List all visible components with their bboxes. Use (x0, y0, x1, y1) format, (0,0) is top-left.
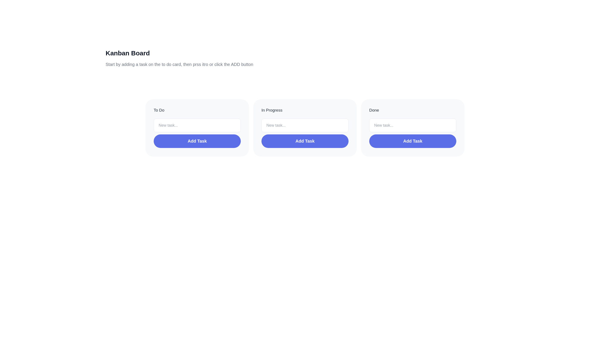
task-input-done[interactable] (369, 119, 456, 132)
column-title-todo: To Do (154, 108, 241, 113)
add-task-button-todo[interactable]: Add Task (154, 134, 241, 148)
page-title: Kanban Board (106, 50, 610, 57)
column-title-done: Done (369, 108, 456, 113)
column-title-in-progress: In Progress (261, 108, 349, 113)
column-done: Done Add Task (361, 99, 464, 156)
task-input-todo[interactable] (154, 119, 241, 132)
task-input-in-progress[interactable] (261, 119, 349, 132)
column-todo: To Do Add Task (146, 99, 249, 156)
page-subtitle: Start by adding a task on the to do card… (106, 62, 610, 67)
column-in-progress: In Progress Add Task (253, 99, 357, 156)
add-task-button-done[interactable]: Add Task (369, 134, 456, 148)
kanban-board: To Do Add Task In Progress Add Task Done… (133, 99, 477, 156)
add-task-button-in-progress[interactable]: Add Task (261, 134, 349, 148)
